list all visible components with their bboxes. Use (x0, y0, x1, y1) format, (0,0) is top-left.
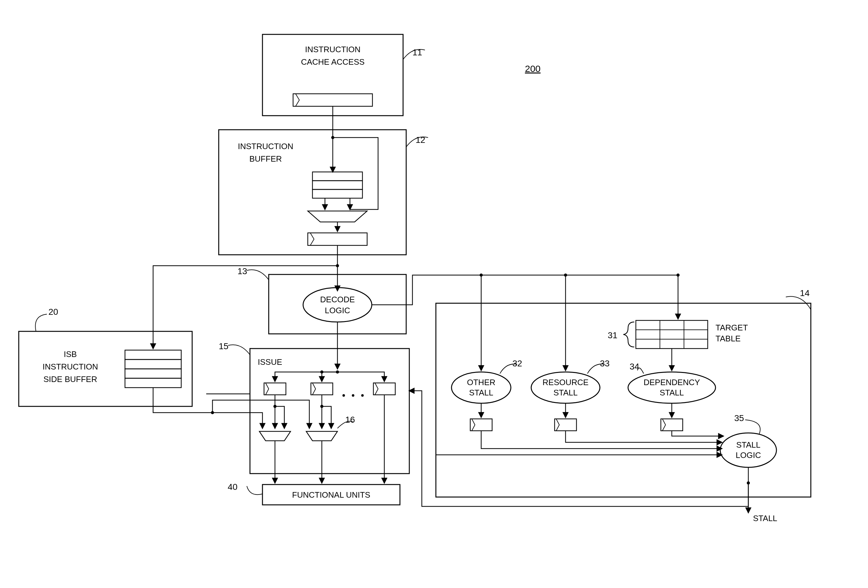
label: TARGET (716, 323, 748, 332)
label: ISSUE (258, 357, 282, 367)
label: STALL (736, 440, 760, 449)
target-table: TARGET TABLE (636, 321, 748, 349)
label: STALL (469, 388, 493, 397)
label: CACHE ACCESS (301, 57, 365, 66)
dependency-stall: DEPENDENCY STALL (628, 372, 716, 403)
label: BUFFER (249, 154, 282, 164)
svg-rect-32 (436, 303, 811, 497)
block-functional-units: FUNCTIONAL UNITS (263, 485, 400, 505)
refnum-33: 33 (600, 359, 610, 368)
svg-rect-42 (555, 419, 576, 431)
block-stall (436, 303, 811, 497)
block-instruction-cache-access: INSTRUCTION CACHE ACCESS (263, 34, 403, 116)
label: LOGIC (736, 451, 761, 460)
refnum-15: 15 (219, 341, 229, 351)
refnum-20: 20 (49, 307, 58, 317)
label: STALL (660, 388, 684, 397)
label: FUNCTIONAL UNITS (292, 490, 370, 499)
svg-point-9 (303, 288, 372, 322)
refnum-16: 16 (345, 415, 355, 424)
svg-point-21 (336, 371, 339, 374)
block-isb: ISB INSTRUCTION SIDE BUFFER (19, 331, 192, 406)
svg-rect-16 (125, 369, 181, 378)
svg-rect-7 (308, 233, 367, 245)
label: INSTRUCTION (238, 142, 294, 151)
svg-point-28 (361, 394, 364, 397)
refnum-31: 31 (608, 330, 617, 340)
block-instruction-buffer: INSTRUCTION BUFFER (219, 130, 406, 255)
label: SIDE BUFFER (43, 374, 97, 384)
label: RESOURCE (542, 378, 588, 387)
svg-rect-5 (313, 181, 362, 189)
refnum-40: 40 (228, 482, 238, 492)
other-stall: OTHER STALL (452, 372, 511, 403)
refnum-34: 34 (630, 362, 639, 371)
resource-stall: RESOURCE STALL (531, 372, 600, 403)
refnum-11: 11 (412, 47, 422, 57)
label: INSTRUCTION (305, 45, 360, 54)
svg-point-22 (320, 371, 323, 374)
svg-rect-1 (293, 94, 372, 106)
svg-rect-41 (470, 419, 492, 431)
svg-point-18 (336, 264, 339, 267)
svg-rect-17 (125, 378, 181, 388)
block-issue: ISSUE (250, 349, 409, 483)
refnum-35: 35 (734, 413, 744, 423)
svg-rect-43 (661, 419, 683, 431)
refnum-13: 13 (238, 266, 247, 276)
label: DEPENDENCY (644, 378, 700, 387)
svg-rect-24 (311, 383, 333, 395)
svg-rect-15 (125, 359, 181, 369)
label: OTHER (467, 378, 496, 387)
stall-output-label: STALL (753, 514, 777, 523)
svg-rect-23 (264, 383, 286, 395)
svg-point-27 (352, 394, 354, 397)
figure-number: 200 (525, 64, 540, 74)
refnum-14: 14 (800, 288, 810, 298)
label: DECODE (320, 295, 355, 304)
refnum-32: 32 (512, 359, 522, 368)
label: ISB (64, 350, 77, 359)
svg-rect-4 (313, 172, 362, 181)
svg-rect-14 (125, 350, 181, 359)
label: STALL (554, 388, 578, 397)
svg-rect-33 (636, 321, 708, 349)
svg-rect-6 (313, 189, 362, 198)
svg-rect-25 (373, 383, 395, 395)
svg-rect-20 (250, 349, 409, 474)
refnum-12: 12 (416, 135, 425, 145)
label: TABLE (716, 334, 741, 343)
issue-mux-group (259, 431, 337, 441)
svg-point-26 (342, 394, 345, 397)
label: LOGIC (325, 306, 350, 315)
stall-logic: STALL LOGIC (720, 433, 776, 467)
label: INSTRUCTION (43, 362, 98, 371)
